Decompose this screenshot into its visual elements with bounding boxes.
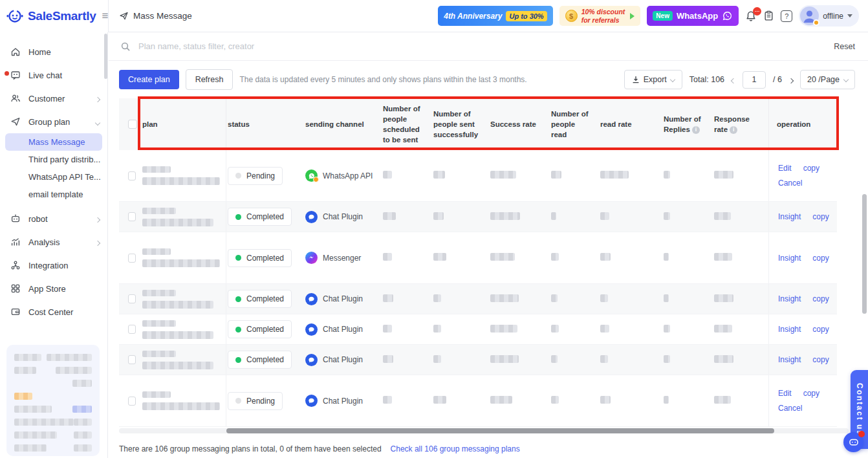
copy-link[interactable]: copy bbox=[803, 164, 819, 173]
read-rate-cell-blurred bbox=[599, 208, 662, 226]
copy-link[interactable]: copy bbox=[812, 294, 829, 303]
sidebar-item-home[interactable]: Home bbox=[0, 40, 107, 63]
page-number-input[interactable] bbox=[743, 71, 766, 89]
logo[interactable]: SaleSmartly ≡ bbox=[0, 0, 108, 32]
read-cell-blurred bbox=[550, 392, 599, 409]
horizontal-scrollbar-thumb[interactable] bbox=[226, 428, 774, 433]
operation-cell: EditcopyCancel bbox=[768, 375, 837, 426]
selection-summary: There are 106 group messaging plans in t… bbox=[119, 444, 382, 453]
copy-link[interactable]: copy bbox=[812, 355, 829, 364]
copy-link[interactable]: copy bbox=[812, 325, 829, 334]
table-header: plan status sending channel Number of pe… bbox=[119, 98, 837, 150]
status-badge: Completed bbox=[228, 249, 292, 267]
sidebar-collapse-icon[interactable]: ≡ bbox=[102, 10, 109, 23]
table-row: Completed Chat Plugin Insightcopy bbox=[119, 345, 837, 375]
page-total: / 6 bbox=[773, 75, 782, 84]
next-page-button[interactable] bbox=[789, 74, 793, 85]
insight-link[interactable]: Insight bbox=[778, 355, 801, 364]
chevron-right-icon bbox=[96, 214, 100, 224]
new-chip: New bbox=[653, 11, 673, 21]
success-rate-cell-blurred bbox=[489, 208, 550, 226]
row-checkbox[interactable] bbox=[128, 171, 136, 180]
reset-button[interactable]: Reset bbox=[834, 42, 855, 51]
response-rate-cell-blurred bbox=[713, 321, 768, 338]
select-all-checkbox[interactable] bbox=[128, 120, 137, 129]
sidebar-item-robot[interactable]: robot bbox=[0, 207, 107, 230]
copy-link[interactable]: copy bbox=[812, 254, 829, 263]
sidebar-item-customer[interactable]: Customer bbox=[0, 87, 107, 110]
insight-link[interactable]: Insight bbox=[778, 212, 801, 221]
prev-page-button[interactable] bbox=[732, 74, 735, 85]
read-rate-cell-blurred bbox=[599, 249, 662, 267]
success-rate-cell-blurred bbox=[489, 290, 550, 308]
sidebar-item-mass-message[interactable]: Mass Message bbox=[5, 133, 102, 151]
create-plan-button[interactable]: Create plan bbox=[119, 70, 179, 89]
insight-link[interactable]: Insight bbox=[778, 254, 801, 263]
edit-link[interactable]: Edit bbox=[778, 164, 792, 173]
notifications-bell-icon[interactable]: … bbox=[745, 10, 757, 22]
status-badge: Completed bbox=[228, 320, 292, 338]
chat-bubble-button[interactable] bbox=[843, 432, 863, 452]
sidebar-item-whatsapp-api[interactable]: WhatsApp API Te... bbox=[0, 168, 107, 186]
row-checkbox[interactable] bbox=[128, 397, 136, 406]
replies-cell-blurred bbox=[662, 249, 713, 267]
whatsapp-banner[interactable]: New WhatsApp bbox=[647, 6, 739, 26]
search-input[interactable] bbox=[138, 41, 826, 51]
chevron-right-icon bbox=[96, 237, 100, 247]
arrow-icon bbox=[630, 13, 635, 19]
sent-cell-blurred bbox=[432, 290, 489, 308]
copy-link[interactable]: copy bbox=[803, 389, 819, 398]
sidebar-item-integration[interactable]: Integration bbox=[0, 254, 107, 277]
toolbar: Create plan Refresh The data is updated … bbox=[109, 61, 868, 97]
chevron-down-icon bbox=[96, 117, 100, 127]
status-badge: Completed bbox=[228, 208, 292, 226]
table-footer: There are 106 group messaging plans in t… bbox=[119, 444, 520, 453]
channel-icon bbox=[305, 211, 318, 223]
insight-link[interactable]: Insight bbox=[778, 325, 801, 334]
replies-cell-blurred bbox=[662, 351, 713, 369]
scheduled-cell-blurred bbox=[382, 290, 432, 308]
info-icon[interactable]: i bbox=[692, 126, 700, 134]
sidebar-item-analysis[interactable]: Analysis bbox=[0, 230, 107, 254]
table-row: Completed Messenger Insightcopy bbox=[119, 232, 837, 284]
anniversary-banner[interactable]: 4th Anniversary Up to 30% bbox=[438, 6, 552, 26]
check-all-link[interactable]: Check all 106 group messaging plans bbox=[391, 444, 520, 453]
sidebar-item-group-plan[interactable]: Group plan bbox=[0, 110, 107, 133]
table-body: Pending WhatsApp API EditcopyCancel Comp… bbox=[119, 150, 837, 427]
clipboard-icon[interactable] bbox=[763, 10, 774, 21]
horizontal-scrollbar[interactable] bbox=[119, 428, 849, 433]
row-checkbox[interactable] bbox=[128, 294, 136, 303]
sidebar-item-app-store[interactable]: App Store bbox=[0, 277, 107, 300]
sent-cell-blurred bbox=[432, 249, 489, 267]
page-size-select[interactable]: 20 /Page bbox=[800, 70, 855, 89]
row-checkbox[interactable] bbox=[128, 254, 136, 263]
channel-cell: WhatsApp API bbox=[304, 166, 382, 186]
channel-cell: Messenger bbox=[304, 248, 382, 268]
help-icon[interactable]: ? bbox=[781, 10, 792, 22]
edit-link[interactable]: Edit bbox=[778, 389, 792, 398]
sidebar-item-live-chat[interactable]: Live chat bbox=[0, 63, 107, 87]
row-checkbox[interactable] bbox=[128, 212, 136, 221]
row-checkbox[interactable] bbox=[128, 325, 136, 334]
insight-link[interactable]: Insight bbox=[778, 294, 801, 303]
row-checkbox[interactable] bbox=[128, 355, 136, 364]
sidebar-item-third-party[interactable]: Third party distrib... bbox=[0, 151, 107, 168]
status-badge: Completed bbox=[228, 290, 292, 308]
vertical-scrollbar-thumb[interactable] bbox=[862, 194, 867, 314]
sidebar-item-cost-center[interactable]: Cost Center bbox=[0, 300, 107, 323]
copy-link[interactable]: copy bbox=[812, 212, 829, 221]
cancel-link[interactable]: Cancel bbox=[778, 179, 802, 188]
response-rate-cell-blurred bbox=[713, 392, 768, 409]
export-button[interactable]: Export bbox=[624, 70, 682, 89]
sidebar-scrollbar[interactable] bbox=[104, 34, 107, 79]
info-icon[interactable]: i bbox=[730, 126, 737, 134]
refresh-button[interactable]: Refresh bbox=[186, 69, 233, 90]
cancel-link[interactable]: Cancel bbox=[778, 404, 802, 413]
replies-cell-blurred bbox=[662, 392, 713, 409]
replies-cell-blurred bbox=[662, 167, 713, 184]
referral-banner[interactable]: $ 10% discountfor referrals bbox=[559, 6, 641, 26]
sidebar-item-email-template[interactable]: email template bbox=[0, 186, 107, 203]
user-menu[interactable]: offline bbox=[799, 5, 859, 27]
topbar: Mass Message 4th Anniversary Up to 30% $… bbox=[108, 0, 868, 32]
scheduled-cell-blurred bbox=[382, 321, 432, 338]
